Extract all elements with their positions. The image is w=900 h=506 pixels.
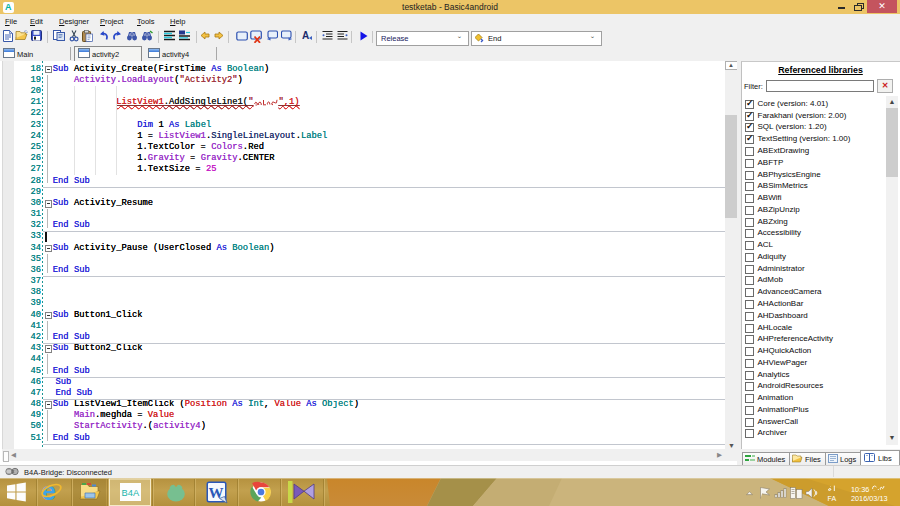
svg-text:10:36: 10:36 — [851, 485, 869, 494]
svg-text:A: A — [302, 30, 309, 41]
svg-text:2016/03/13: 2016/03/13 — [851, 494, 888, 503]
svg-text:B4A: B4A — [122, 488, 140, 498]
svg-text:e: e — [42, 478, 56, 506]
svg-text:FA: FA — [828, 495, 837, 502]
